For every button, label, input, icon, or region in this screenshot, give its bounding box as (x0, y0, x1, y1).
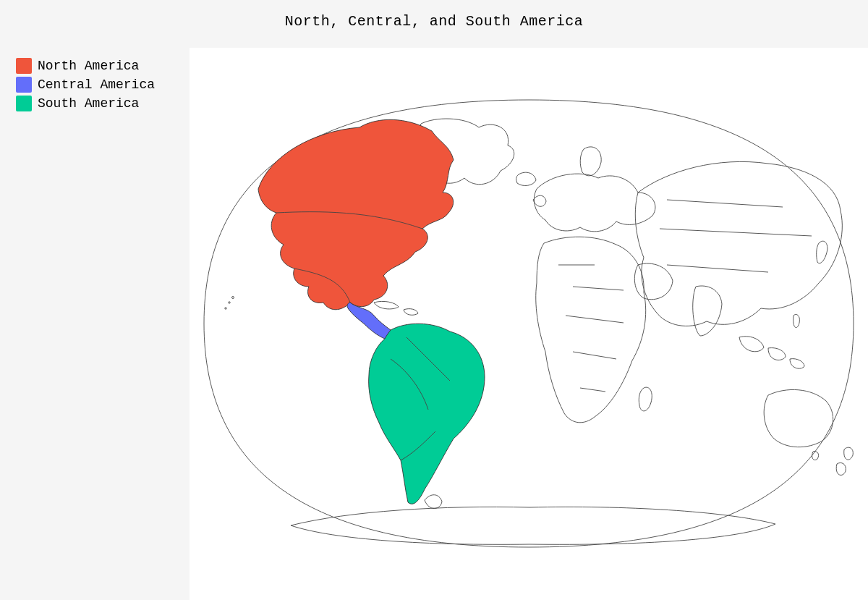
world-map[interactable] (190, 48, 868, 600)
uk-outline (533, 195, 546, 206)
sea-3 (790, 359, 804, 369)
legend-item-south-america[interactable]: South America (16, 96, 155, 111)
asia-outline (635, 161, 842, 326)
chart-title: North, Central, and South America (0, 13, 868, 30)
antarctica-outline (291, 507, 775, 544)
legend-chip (16, 96, 32, 111)
india-outline (693, 286, 722, 336)
legend-chip (16, 77, 32, 93)
legend-label: Central America (38, 77, 155, 92)
north-america-fill (258, 119, 454, 309)
asia-borders (660, 200, 812, 272)
hispaniola-outline (404, 309, 418, 316)
legend-label: South America (38, 96, 139, 111)
island-dot (225, 308, 226, 309)
antarctic-peninsula (425, 495, 442, 509)
iceland-outline (516, 172, 536, 185)
africa-borders (558, 265, 624, 392)
sea-1 (739, 337, 764, 352)
europe-outline (534, 174, 655, 232)
nz-south (836, 462, 846, 475)
scandinavia-outline (580, 147, 601, 176)
sea-2 (768, 348, 786, 360)
south-america-fill (369, 324, 485, 504)
australia-outline (764, 389, 833, 447)
central-america-fill (347, 303, 392, 339)
tasmania-outline (812, 452, 819, 460)
japan-outline (817, 241, 827, 263)
madagascar-outline (639, 387, 652, 411)
cuba-outline (374, 301, 399, 309)
legend-item-central-america[interactable]: Central America (16, 77, 155, 93)
legend-label: North America (38, 59, 139, 73)
island-dot (232, 297, 234, 299)
nz-north (844, 447, 854, 460)
legend: North America Central America South Amer… (16, 58, 155, 114)
page-root: North, Central, and South America North … (0, 0, 868, 600)
legend-item-north-america[interactable]: North America (16, 58, 155, 74)
map-svg (190, 48, 868, 600)
legend-chip (16, 58, 32, 74)
island-dot (229, 302, 230, 303)
philippines (793, 314, 800, 327)
north-america-group (225, 119, 454, 309)
